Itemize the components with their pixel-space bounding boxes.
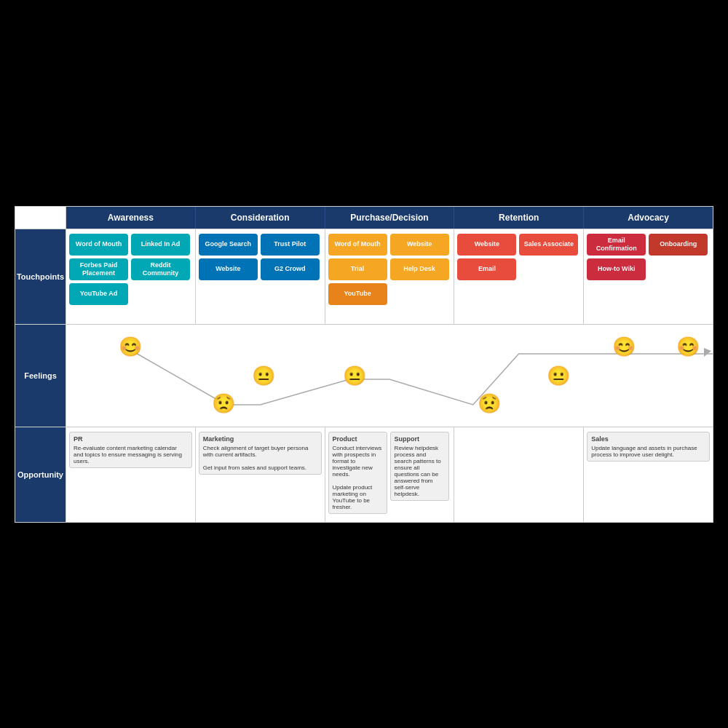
opportunity-row: Opportunity PR Re-evaluate content marke…: [15, 427, 713, 522]
header-label-spacer: [15, 207, 66, 229]
touchpoints-row: Touchpoints Word of Mouth Linked In Ad F…: [15, 229, 713, 324]
feelings-label: Feelings: [15, 325, 66, 427]
tp-word-of-mouth-purchase: Word of Mouth: [328, 234, 387, 256]
opp-pr: PR Re-evaluate content marketing calenda…: [69, 432, 192, 468]
emoji-retention-neutral: 😐: [547, 365, 570, 387]
opp-sales: Sales Update language and assets in purc…: [587, 432, 710, 462]
tp-google-search: Google Search: [199, 234, 258, 256]
tp-linkedin-ad: Linked In Ad: [131, 234, 190, 256]
emoji-purchase-sad: 😟: [478, 392, 501, 415]
tp-youtube: YouTube: [328, 283, 387, 305]
opp-product: Product Conduct interviews with prospect…: [328, 432, 387, 514]
tp-trust-pilot: Trust Pilot: [261, 234, 320, 256]
opp-pr-text: Re-evaluate content marketing calendar a…: [74, 445, 188, 464]
opp-product-text: Conduct interviews with prospects in for…: [333, 445, 383, 510]
tp-g2-crowd: G2 Crowd: [261, 258, 320, 280]
col-header-consideration: Consideration: [196, 207, 325, 229]
tp-trial: Trial: [328, 258, 387, 280]
opportunity-retention: [454, 427, 584, 522]
emoji-purchase-neutral: 😐: [343, 365, 366, 387]
tp-onboarding: Onboarding: [649, 234, 708, 256]
journey-map: Awareness Consideration Purchase/Decisio…: [15, 206, 713, 523]
opp-sales-text: Update language and assets in purchase p…: [591, 445, 705, 458]
opp-marketing-title: Marketing: [203, 435, 317, 443]
opportunity-label: Opportunity: [15, 427, 66, 522]
header-row: Awareness Consideration Purchase/Decisio…: [15, 207, 713, 229]
emoji-awareness-sad: 😟: [212, 392, 235, 415]
opportunity-advocacy: Sales Update language and assets in purc…: [584, 427, 713, 522]
emoji-retention-happy: 😊: [612, 336, 636, 358]
tp-reddit: Reddit Community: [131, 258, 190, 280]
opp-sales-title: Sales: [591, 435, 705, 443]
tp-email-retention: Email: [457, 258, 516, 280]
touchpoints-consideration: Google Search Trust Pilot Website G2 Cro…: [196, 229, 325, 324]
col-header-purchase: Purchase/Decision: [325, 207, 455, 229]
col-header-advocacy: Advocacy: [584, 207, 713, 229]
tp-website-retention: Website: [457, 234, 516, 256]
tp-how-to-wiki: How-to Wiki: [587, 258, 646, 280]
tp-website-purchase: Website: [390, 234, 449, 256]
tp-word-of-mouth-awareness: Word of Mouth: [69, 234, 128, 256]
opp-product-title: Product: [333, 435, 383, 443]
emoji-awareness-happy: 😊: [119, 336, 142, 358]
tp-email-confirmation: Email Confirmation: [587, 234, 646, 256]
opp-marketing-text: Check alignment of target buyer persona …: [203, 445, 317, 471]
col-header-awareness: Awareness: [66, 207, 196, 229]
emoji-advocacy-happy: 😊: [676, 336, 700, 358]
tp-website-consideration: Website: [199, 258, 258, 280]
opp-support: Support Review helpdesk process and sear…: [390, 432, 449, 501]
opportunity-consideration: Marketing Check alignment of target buye…: [196, 427, 325, 522]
feelings-content: 😊 😐 😟 😐 😟 😐 😊 😊: [66, 325, 713, 427]
touchpoints-retention: Website Sales Associate Email: [454, 229, 584, 324]
opportunity-awareness: PR Re-evaluate content marketing calenda…: [66, 427, 196, 522]
col-header-retention: Retention: [454, 207, 584, 229]
touchpoints-advocacy: Email Confirmation Onboarding How-to Wik…: [584, 229, 713, 324]
feelings-row: Feelings 😊 😐 😟 😐 😟 😐 😊: [15, 324, 713, 427]
tp-forbes: Forbes Paid Placement: [69, 258, 128, 280]
opp-support-title: Support: [395, 435, 445, 443]
opp-support-text: Review helpdesk process and search patte…: [395, 445, 445, 497]
tp-youtube-ad: YouTube Ad: [69, 283, 128, 305]
emoji-consideration-neutral: 😐: [252, 365, 275, 387]
touchpoints-purchase: Word of Mouth Website Trial Help Desk Yo…: [325, 229, 455, 324]
opp-pr-title: PR: [74, 435, 188, 443]
touchpoints-label: Touchpoints: [15, 229, 66, 324]
opp-marketing: Marketing Check alignment of target buye…: [199, 432, 322, 475]
tp-sales-associate: Sales Associate: [519, 234, 578, 256]
opportunity-purchase: Product Conduct interviews with prospect…: [325, 427, 455, 522]
feelings-arrow: [704, 348, 711, 357]
tp-helpdesk: Help Desk: [390, 258, 449, 280]
touchpoints-awareness: Word of Mouth Linked In Ad Forbes Paid P…: [66, 229, 196, 324]
